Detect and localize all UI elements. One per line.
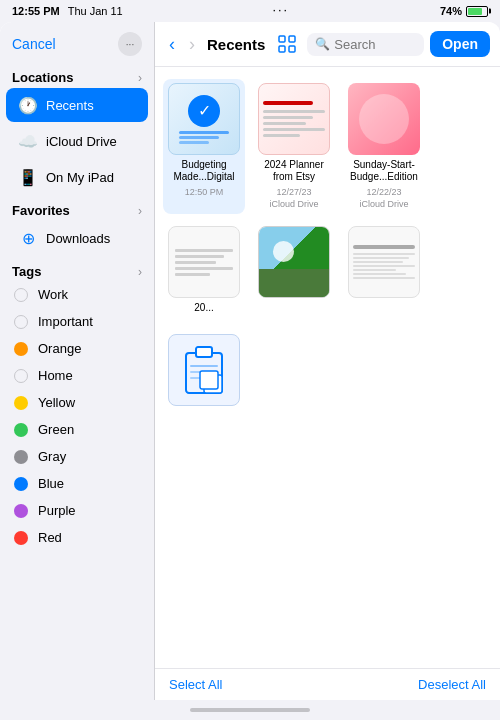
tag-purple[interactable]: Purple [0, 497, 154, 524]
file-thumb-unknown [168, 226, 240, 298]
status-time: 12:55 PM [12, 5, 60, 17]
locations-chevron-icon: › [138, 71, 142, 85]
search-input[interactable] [334, 37, 416, 52]
sidebar-item-recents[interactable]: 🕐 Recents [6, 88, 148, 122]
file-name-sunday: Sunday-Start-Budge...Edition [347, 159, 421, 183]
home-indicator [0, 700, 500, 720]
forward-button[interactable]: › [185, 32, 199, 57]
tag-orange[interactable]: Orange [0, 335, 154, 362]
tag-dot-home [14, 369, 28, 383]
downloads-icon: ⊕ [18, 228, 38, 248]
recents-icon: 🕐 [18, 95, 38, 115]
locations-label: Locations [12, 70, 73, 85]
tag-label-orange: Orange [38, 341, 81, 356]
main-content: ‹ › Recents 🔍 Open [155, 22, 500, 700]
tag-dot-work [14, 288, 28, 302]
tag-important[interactable]: Important [0, 308, 154, 335]
tag-label-yellow: Yellow [38, 395, 75, 410]
file-thumb-doc [348, 226, 420, 298]
file-meta-sunday: 12/22/23iCloud Drive [359, 187, 408, 210]
sidebar-item-label: iCloud Drive [46, 134, 136, 149]
sidebar-item-on-my-ipad[interactable]: 📱 On My iPad [6, 160, 148, 194]
svg-rect-2 [279, 46, 285, 52]
status-bar: 12:55 PM Thu Jan 11 ··· 74% [0, 0, 500, 22]
favorites-section-header: Favorites › [0, 195, 154, 220]
nav-title: Recents [207, 36, 265, 53]
svg-rect-0 [279, 36, 285, 42]
tag-red[interactable]: Red [0, 524, 154, 551]
sidebar-item-icloud[interactable]: ☁️ iCloud Drive [6, 124, 148, 158]
tag-dot-red [14, 531, 28, 545]
tag-label-important: Important [38, 314, 93, 329]
tag-dot-orange [14, 342, 28, 356]
battery-percent: 74% [440, 5, 462, 17]
bottom-bar: Select All Deselect All [155, 668, 500, 700]
file-doc[interactable] [343, 222, 425, 322]
sidebar: Cancel Locations › 🕐 Recents ☁️ iCloud D… [0, 22, 155, 700]
tag-dot-gray [14, 450, 28, 464]
files-grid: ✓ Budgeting Made...Digital 12:50 PM [155, 67, 500, 668]
locations-section-header: Locations › [0, 62, 154, 87]
favorites-chevron-icon: › [138, 204, 142, 218]
ipad-icon: 📱 [18, 167, 38, 187]
file-name-budgeting: Budgeting Made...Digital [167, 159, 241, 183]
tag-blue[interactable]: Blue [0, 470, 154, 497]
svg-rect-5 [196, 347, 212, 357]
icloud-icon: ☁️ [18, 131, 38, 151]
tag-dot-important [14, 315, 28, 329]
grid-view-button[interactable] [273, 30, 301, 58]
svg-rect-3 [289, 46, 295, 52]
select-all-button[interactable]: Select All [169, 677, 222, 692]
file-thumb-budgeting: ✓ [168, 83, 240, 155]
file-budgeting[interactable]: ✓ Budgeting Made...Digital 12:50 PM [163, 79, 245, 214]
cancel-button[interactable]: Cancel [12, 36, 56, 52]
file-clipboard[interactable] [163, 330, 245, 418]
back-button[interactable]: ‹ [165, 32, 179, 57]
file-photo[interactable] [253, 222, 335, 322]
tag-label-work: Work [38, 287, 68, 302]
tag-label-blue: Blue [38, 476, 64, 491]
tag-work[interactable]: Work [0, 281, 154, 308]
file-meta-budgeting: 12:50 PM [185, 187, 224, 199]
sidebar-item-downloads[interactable]: ⊕ Downloads [6, 221, 148, 255]
sidebar-item-label: Recents [46, 98, 136, 113]
file-sunday[interactable]: Sunday-Start-Budge...Edition 12/22/23iCl… [343, 79, 425, 214]
tag-dot-green [14, 423, 28, 437]
tag-green[interactable]: Green [0, 416, 154, 443]
tag-label-green: Green [38, 422, 74, 437]
tag-dot-blue [14, 477, 28, 491]
status-signal: ··· [273, 6, 290, 16]
tags-section-header: Tags › [0, 256, 154, 281]
search-icon: 🔍 [315, 37, 330, 51]
status-date: Thu Jan 11 [68, 5, 123, 17]
tag-gray[interactable]: Gray [0, 443, 154, 470]
search-bar[interactable]: 🔍 [307, 33, 424, 56]
deselect-all-button[interactable]: Deselect All [418, 677, 486, 692]
home-bar [190, 708, 310, 712]
tag-label-red: Red [38, 530, 62, 545]
svg-rect-1 [289, 36, 295, 42]
tag-label-purple: Purple [38, 503, 76, 518]
tag-label-home: Home [38, 368, 73, 383]
file-thumb-photo [258, 226, 330, 298]
tags-label: Tags [12, 264, 41, 279]
sidebar-item-label: On My iPad [46, 170, 136, 185]
file-name-planner: 2024 Planner from Etsy [257, 159, 331, 183]
open-button[interactable]: Open [430, 31, 490, 57]
sidebar-header: Cancel [0, 22, 154, 62]
file-thumb-clipboard [168, 334, 240, 406]
favorites-label: Favorites [12, 203, 70, 218]
tag-dot-yellow [14, 396, 28, 410]
file-meta-planner: 12/27/23iCloud Drive [269, 187, 318, 210]
file-unknown[interactable]: 20... [163, 222, 245, 322]
tags-chevron-icon: › [138, 265, 142, 279]
more-button[interactable] [118, 32, 142, 56]
file-thumb-sunday [348, 83, 420, 155]
tag-yellow[interactable]: Yellow [0, 389, 154, 416]
nav-bar: ‹ › Recents 🔍 Open [155, 22, 500, 67]
file-planner[interactable]: 2024 Planner from Etsy 12/27/23iCloud Dr… [253, 79, 335, 214]
svg-rect-6 [190, 365, 218, 367]
file-name-unknown: 20... [194, 302, 213, 314]
tag-label-gray: Gray [38, 449, 66, 464]
tag-home[interactable]: Home [0, 362, 154, 389]
